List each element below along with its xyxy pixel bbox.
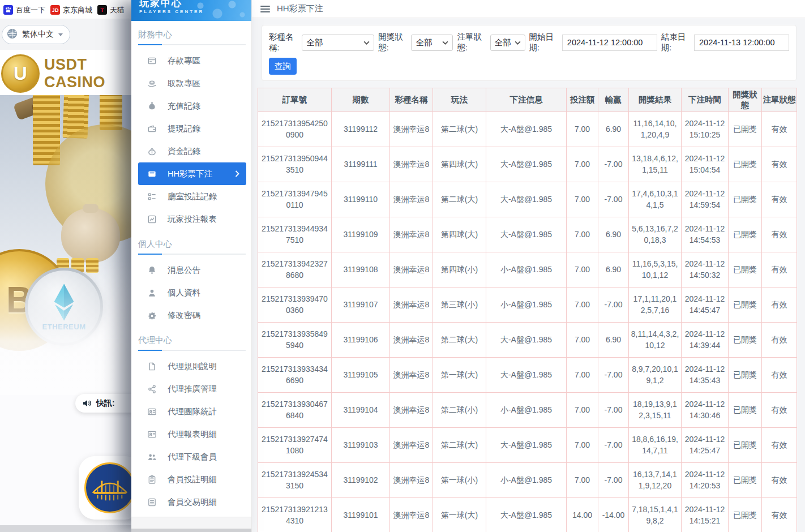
lottery-name-select[interactable]: 全部 (302, 35, 374, 51)
sidebar-item-代理報表明細[interactable]: 代理報表明細 (131, 423, 251, 445)
sidebar-item-消息公告[interactable]: 消息公告 (131, 259, 251, 281)
bookmark-label: 天猫 (110, 5, 125, 15)
jd-icon: JD (50, 5, 60, 15)
sidebar-nav: 財務中心存款專區取款專區充值記錄提現記錄資金記錄HH彩票下注廳室投註記錄玩家投注… (131, 21, 251, 517)
brand-coin-logo: U (1, 54, 40, 93)
bookmark-label: 京东商城 (63, 5, 92, 15)
cell-order-status: 有效 (762, 182, 797, 217)
table-row: 215217313942327868031199108澳洲幸运8第四球(小)小-… (258, 252, 797, 288)
bookmark-item[interactable]: JD京东商城 (50, 5, 92, 15)
cell-lottery-name: 澳洲幸运8 (390, 147, 433, 182)
section-underline (138, 44, 246, 45)
cell-win-loss: -7.00 (598, 288, 629, 323)
sidebar-item-充值記錄[interactable]: 充值記錄 (131, 95, 251, 117)
table-row: 215217313939470036031199107澳洲幸运8第三球(小)小-… (258, 288, 797, 323)
main-topbar: HH彩票下注 (251, 0, 805, 18)
sidebar-item-取款專區[interactable]: 取款專區 (131, 72, 251, 95)
basketball-team-widget[interactable] (79, 456, 131, 520)
cell-draw-result: 18,8,6,16,19,14,7,11 (629, 428, 682, 463)
cell-order-no: 2152173139509443510 (258, 147, 332, 182)
sidebar-item-代理下級會員[interactable]: 代理下級會員 (131, 445, 251, 468)
order-status-select[interactable]: 全部 (490, 35, 525, 51)
hamburger-menu-icon[interactable] (260, 6, 270, 12)
cell-issue: 31199102 (332, 463, 390, 498)
cell-bet-amount: 7.00 (567, 182, 598, 217)
cell-bet-amount: 7.00 (567, 463, 598, 498)
end-date-input[interactable] (694, 35, 789, 51)
sidebar-item-label: 個人資料 (168, 288, 200, 298)
chevron-down-icon (58, 33, 63, 36)
cell-order-no: 2152173139334346690 (258, 358, 332, 393)
cell-win-loss: 6.90 (598, 217, 629, 252)
col-header-bet-info: 下注信息 (486, 88, 567, 112)
cell-draw-result: 13,18,4,6,12,1,15,11 (629, 147, 682, 182)
sidebar-item-代理團隊統計[interactable]: 代理團隊統計 (131, 400, 251, 423)
search-button[interactable]: 查詢 (269, 58, 297, 75)
col-header-bet-amount: 投注額 (567, 88, 598, 112)
cell-bet-info: 小-A盤@1.985 (486, 252, 567, 288)
page-title: HH彩票下注 (277, 3, 323, 14)
sidebar-item-玩家投注報表[interactable]: 玩家投注報表 (131, 208, 251, 230)
withdraw-icon (147, 79, 157, 88)
end-date-label: 結束日期: (661, 32, 690, 53)
cell-win-loss: -7.00 (598, 428, 629, 463)
start-date-input[interactable] (562, 35, 657, 51)
bookmarks-bar: 百度一下JD京东商城T天猫 (0, 0, 131, 19)
language-selector[interactable]: 繁体中文 (2, 25, 70, 44)
bookmark-item[interactable]: T天猫 (97, 5, 125, 15)
sidebar-item-HH彩票下注[interactable]: HH彩票下注 (138, 162, 246, 185)
sidebar-item-label: 代理推廣管理 (168, 384, 217, 394)
sidebar-item-label: HH彩票下注 (168, 169, 212, 179)
bookmark-item[interactable]: 百度一下 (3, 5, 45, 15)
cell-bet-time: 2024-11-12 14:59:54 (682, 182, 729, 217)
cell-win-loss: -7.00 (598, 393, 629, 428)
col-header-issue: 期數 (332, 88, 390, 112)
cell-order-no: 2152173139274741080 (258, 428, 332, 463)
sidebar-section-title: 財務中心 (138, 29, 251, 40)
sidebar-item-廳室投註記錄[interactable]: 廳室投註記錄 (131, 185, 251, 208)
sidebar-section-title: 個人中心 (138, 239, 251, 250)
cell-bet-info: 大-A盤@1.985 (486, 498, 567, 532)
sidebar-item-會員交易明細[interactable]: 會員交易明細 (131, 491, 251, 513)
cell-lottery-name: 澳洲幸运8 (390, 393, 433, 428)
sidebar-item-存款專區[interactable]: 存款專區 (131, 49, 251, 72)
cell-play: 第一球(大) (433, 498, 486, 532)
sidebar-item-資金記錄[interactable]: 資金記錄 (131, 140, 251, 162)
people-icon (147, 452, 157, 462)
bets-table: 訂單號期數彩種名稱玩法下注信息投注額輸贏開獎結果下注時間開獎狀態注單狀態 215… (258, 88, 797, 532)
cell-bet-amount: 7.00 (567, 393, 598, 428)
sidebar-item-提現記錄[interactable]: 提現記錄 (131, 117, 251, 140)
cell-bet-time: 2024-11-12 14:50:32 (682, 252, 729, 288)
cell-draw-result: 11,16,14,10,1,20,4,9 (629, 112, 682, 147)
cell-bet-info: 大-A盤@1.985 (486, 323, 567, 358)
cell-order-status: 有效 (762, 217, 797, 252)
clipboard-icon (147, 475, 157, 484)
sidebar-item-代理規則說明[interactable]: 代理規則說明 (131, 355, 251, 377)
cell-lottery-name: 澳洲幸运8 (390, 217, 433, 252)
cell-lottery-name: 澳洲幸运8 (390, 182, 433, 217)
chevron-down-icon (442, 41, 448, 45)
cell-order-status: 有效 (762, 288, 797, 323)
col-header-bet-time: 下注時間 (682, 88, 729, 112)
table-row: 215217313927474108031199103澳洲幸运8第二球(大)大-… (258, 428, 797, 463)
sidebar-item-修改密碼[interactable]: 修改密碼 (131, 304, 251, 327)
table-row: 215217313930467684031199104澳洲幸运8第二球(小)小-… (258, 393, 797, 428)
cell-play: 第一球(大) (433, 358, 486, 393)
cell-bet-info: 大-A盤@1.985 (486, 428, 567, 463)
cell-draw-result: 17,1,11,20,12,5,7,16 (629, 288, 682, 323)
sidebar-item-label: 代理規則說明 (168, 361, 217, 372)
sidebar-item-個人資料[interactable]: 個人資料 (131, 281, 251, 304)
sidebar-item-label: 代理團隊統計 (168, 406, 217, 417)
draw-status-select[interactable]: 全部 (411, 35, 453, 51)
deposit-icon (147, 56, 157, 66)
cell-draw-status: 已開獎 (729, 147, 762, 182)
bookmark-label: 百度一下 (16, 5, 45, 15)
cell-lottery-name: 澳洲幸运8 (390, 288, 433, 323)
cell-bet-time: 2024-11-12 14:20:53 (682, 463, 729, 498)
sidebar-item-會員投註明細[interactable]: 會員投註明細 (131, 468, 251, 491)
sidebar-item-代理推廣管理[interactable]: 代理推廣管理 (131, 377, 251, 400)
cell-lottery-name: 澳洲幸运8 (390, 112, 433, 147)
cell-draw-result: 7,18,15,1,4,19,8,2 (629, 498, 682, 532)
language-row: 繁体中文 (0, 19, 131, 50)
section-underline (138, 254, 246, 255)
